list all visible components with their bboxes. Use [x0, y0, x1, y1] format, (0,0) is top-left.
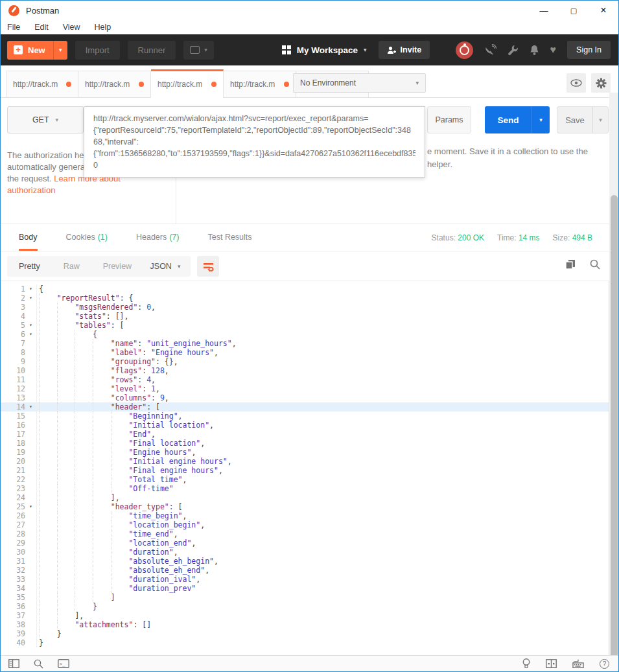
token: "Beginning"	[128, 411, 178, 421]
code-text: }	[36, 638, 43, 647]
line-number: 35	[1, 593, 25, 602]
runner-button[interactable]: Runner	[128, 41, 176, 60]
save-dropdown-caret-icon[interactable]: ▾	[592, 107, 608, 133]
scrollbar-thumb[interactable]	[611, 195, 618, 668]
close-button[interactable]: ×	[589, 1, 618, 20]
params-button[interactable]: Params	[427, 106, 471, 133]
code-text: "columns": 9,	[36, 393, 169, 402]
tab-strip: http://track.mhttp://track.mhttp://track…	[1, 65, 618, 98]
wrench-icon[interactable]	[508, 45, 519, 56]
menu-item-view[interactable]: View	[63, 23, 80, 32]
code-text: "header": [	[36, 402, 160, 411]
method-selector[interactable]: GET ▾	[7, 106, 84, 133]
indent-guide	[93, 511, 111, 520]
bell-icon[interactable]	[530, 45, 539, 56]
copy-icon[interactable]	[565, 259, 576, 270]
code-text: "Total time",	[36, 475, 187, 484]
code-text: "time_end",	[36, 529, 178, 539]
indent-guide	[93, 439, 111, 448]
help-icon[interactable]: ?	[600, 659, 609, 669]
indent-guide	[57, 393, 75, 402]
token: : [	[111, 321, 124, 330]
scrollbar-track[interactable]	[609, 93, 618, 656]
response-tab-body[interactable]: Body	[19, 224, 38, 251]
import-button[interactable]: Import	[75, 41, 120, 60]
new-window-button[interactable]: ▾	[183, 41, 214, 60]
indent-guide	[57, 312, 75, 321]
menu-item-file[interactable]: File	[7, 23, 20, 32]
search-icon[interactable]	[590, 259, 600, 270]
fold-spacer	[25, 430, 36, 439]
new-button[interactable]: + New ▾	[7, 41, 67, 60]
format-selector[interactable]: JSON ▾	[140, 256, 191, 277]
fold-toggle-icon[interactable]: ▾	[25, 330, 36, 339]
view-pretty[interactable]: Pretty	[7, 262, 52, 271]
lightbulb-icon[interactable]	[522, 658, 530, 669]
indent-guide	[39, 330, 57, 339]
search-icon[interactable]	[34, 659, 43, 669]
fold-spacer	[25, 575, 36, 584]
send-button[interactable]: Send ▾	[485, 106, 550, 133]
chevron-down-icon: ▾	[56, 117, 59, 123]
request-tab[interactable]: http://track.m	[78, 71, 151, 98]
new-dropdown-caret-icon[interactable]: ▾	[53, 41, 67, 60]
workspace-selector[interactable]: My Workspace ▾	[282, 45, 367, 55]
wrap-text-button[interactable]	[197, 256, 219, 277]
fold-toggle-icon[interactable]: ▾	[25, 284, 36, 294]
view-preview[interactable]: Preview	[91, 262, 143, 271]
learn-more-link[interactable]: authorization	[7, 185, 55, 195]
console-icon[interactable]: >_	[58, 659, 69, 668]
unsaved-dot-icon	[139, 82, 144, 87]
view-raw[interactable]: Raw	[52, 262, 91, 271]
invite-button[interactable]: Invite	[379, 41, 430, 59]
request-tab[interactable]: http://track.m	[6, 71, 78, 98]
minimize-button[interactable]: —	[529, 1, 559, 20]
indent-guide	[75, 384, 93, 393]
fold-spacer	[25, 539, 36, 548]
indent-guide	[57, 402, 75, 411]
code-text: "time_begin",	[36, 511, 187, 520]
fold-toggle-icon[interactable]: ▾	[25, 321, 36, 330]
sidebar-toggle-icon[interactable]	[8, 659, 19, 668]
fold-toggle-icon[interactable]: ▾	[25, 502, 36, 511]
indent-guide	[39, 357, 57, 366]
indent-guide	[57, 466, 75, 475]
indent-guide	[93, 593, 111, 602]
settings-button[interactable]	[591, 73, 611, 93]
code-text: "location_begin",	[36, 520, 205, 529]
maximize-button[interactable]: ▢	[559, 1, 589, 20]
request-tab[interactable]: http://track.m	[151, 69, 224, 98]
response-tab-headers[interactable]: Headers(7)	[136, 224, 180, 251]
indent-guide	[57, 539, 75, 548]
code-line: 34"duration_prev"	[1, 584, 609, 593]
two-pane-icon[interactable]	[546, 659, 557, 668]
satellite-icon[interactable]	[484, 44, 496, 56]
response-tab-label: Headers	[136, 233, 167, 242]
fold-spacer	[25, 312, 36, 321]
save-button[interactable]: Save ▾	[557, 106, 609, 133]
indent-guide	[75, 339, 93, 348]
keyboard-shortcuts-icon[interactable]	[572, 659, 584, 668]
fold-spacer	[25, 484, 36, 493]
indent-guide	[39, 511, 57, 520]
response-tab-cookies[interactable]: Cookies(1)	[66, 224, 108, 251]
response-body-editor[interactable]: 1▾{2▾"reportResult": {3"msgsRendered": 0…	[1, 281, 609, 656]
environment-preview-button[interactable]	[566, 73, 586, 93]
send-dropdown-caret-icon[interactable]: ▾	[531, 106, 550, 133]
indent-guide	[57, 548, 75, 557]
menu-item-edit[interactable]: Edit	[34, 23, 49, 32]
response-tab-test-results[interactable]: Test Results	[207, 224, 251, 251]
sync-status-icon[interactable]	[456, 41, 473, 59]
environment-selector[interactable]: No Environment ▾	[293, 73, 426, 93]
heart-icon[interactable]: ♥	[550, 44, 557, 56]
url-tooltip-line: 0	[93, 159, 415, 171]
code-text: }	[36, 602, 97, 611]
request-tab[interactable]: http://track.m	[224, 71, 296, 98]
fold-toggle-icon[interactable]: ▾	[25, 294, 36, 303]
menu-bar: FileEditViewHelp	[1, 20, 618, 34]
fold-toggle-icon[interactable]: ▾	[25, 402, 36, 411]
indent-guide	[75, 548, 93, 557]
token: ,	[151, 430, 156, 439]
sign-in-button[interactable]: Sign In	[567, 41, 611, 59]
menu-item-help[interactable]: Help	[95, 23, 111, 32]
